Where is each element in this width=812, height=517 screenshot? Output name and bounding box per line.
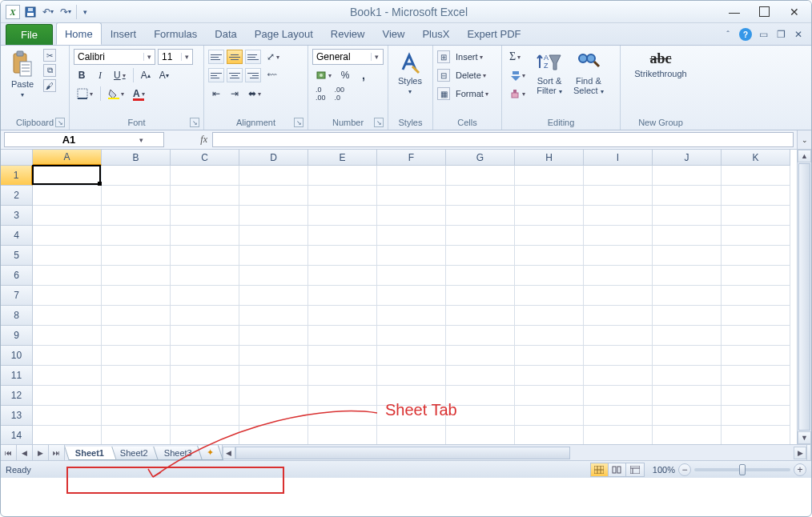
cell[interactable] [33, 306, 102, 326]
cell[interactable] [722, 366, 790, 386]
cell[interactable] [515, 426, 584, 444]
increase-decimal-button[interactable]: .0.00 [312, 86, 329, 102]
zoom-slider[interactable] [694, 468, 790, 471]
cell[interactable] [377, 346, 446, 366]
cell[interactable] [239, 206, 308, 226]
cell[interactable] [446, 426, 515, 444]
cell[interactable] [446, 186, 515, 206]
cut-icon[interactable]: ✂ [43, 49, 56, 62]
cell[interactable] [377, 246, 446, 266]
cell[interactable] [584, 266, 653, 286]
row-header[interactable]: 10 [1, 346, 33, 366]
shrink-font-button[interactable]: A▾ [156, 67, 172, 83]
cell[interactable] [171, 426, 239, 444]
cell[interactable] [653, 406, 722, 426]
sheet-nav-next-icon[interactable]: ▶ [33, 445, 49, 460]
minimize-ribbon-icon[interactable]: ˆ [722, 28, 734, 41]
cell[interactable] [308, 266, 377, 286]
format-painter-icon[interactable]: 🖌 [43, 79, 56, 92]
horizontal-scrollbar[interactable]: ◀ ▶ [223, 447, 806, 459]
cell[interactable] [653, 246, 722, 266]
cell[interactable] [584, 166, 653, 186]
align-bottom-button[interactable] [245, 50, 261, 64]
row-header[interactable]: 4 [1, 226, 33, 246]
bold-button[interactable]: B [74, 67, 90, 83]
font-color-button[interactable]: A [130, 86, 148, 102]
cell[interactable] [33, 286, 102, 306]
cell[interactable] [722, 286, 790, 306]
cell[interactable] [308, 166, 377, 186]
zoom-out-button[interactable]: − [678, 463, 691, 476]
row-header[interactable]: 1 [1, 166, 33, 186]
cell[interactable] [446, 246, 515, 266]
cell[interactable] [239, 426, 308, 444]
cell[interactable] [239, 226, 308, 246]
align-middle-button[interactable] [227, 50, 243, 64]
align-right-button[interactable] [245, 68, 261, 82]
font-size-combo[interactable]: ▾ [158, 49, 193, 65]
cell[interactable] [515, 366, 584, 386]
new-sheet-button[interactable]: ✦ [197, 446, 223, 460]
delete-cells-icon[interactable]: ⊟ [437, 69, 450, 82]
comma-button[interactable]: , [356, 67, 372, 83]
sheet-nav-prev-icon[interactable]: ◀ [17, 445, 33, 460]
accounting-format-button[interactable] [312, 67, 335, 83]
cell[interactable] [171, 226, 239, 246]
cell[interactable] [515, 246, 584, 266]
cell[interactable] [308, 306, 377, 326]
cell[interactable] [653, 266, 722, 286]
sheet-nav-first-icon[interactable]: ⏮ [1, 445, 17, 460]
excel-logo-icon[interactable]: X [6, 5, 20, 19]
row-header[interactable]: 9 [1, 326, 33, 346]
zoom-level[interactable]: 100% [653, 465, 675, 475]
insert-cells-icon[interactable]: ⊞ [437, 50, 450, 63]
cell[interactable] [377, 366, 446, 386]
cell[interactable] [171, 206, 239, 226]
cell[interactable] [584, 346, 653, 366]
scroll-left-icon[interactable]: ◀ [223, 447, 235, 459]
normal-view-button[interactable] [591, 463, 609, 476]
orientation-button[interactable]: ⤢ [263, 49, 283, 65]
row-header[interactable]: 11 [1, 366, 33, 386]
tab-view[interactable]: View [373, 22, 413, 45]
cell[interactable] [308, 406, 377, 426]
zoom-in-button[interactable]: + [794, 463, 806, 476]
font-name-combo[interactable]: ▾ [74, 49, 155, 65]
fill-color-button[interactable] [105, 86, 127, 102]
formula-input[interactable] [212, 132, 794, 147]
italic-button[interactable]: I [92, 67, 108, 83]
cell[interactable] [239, 186, 308, 206]
cell[interactable] [584, 286, 653, 306]
cell[interactable] [171, 166, 239, 186]
cell[interactable] [722, 186, 790, 206]
align-center-button[interactable] [227, 68, 243, 82]
cell[interactable] [33, 206, 102, 226]
cell[interactable] [308, 286, 377, 306]
cell[interactable] [515, 326, 584, 346]
row-header[interactable]: 13 [1, 406, 33, 426]
cell[interactable] [515, 226, 584, 246]
delete-cells-button[interactable]: Delete [452, 67, 489, 83]
cell[interactable] [515, 186, 584, 206]
number-format-combo[interactable]: ▾ [312, 49, 384, 65]
hscroll-thumb[interactable] [235, 447, 570, 459]
cell[interactable] [102, 286, 171, 306]
cell[interactable] [33, 366, 102, 386]
cell[interactable] [239, 386, 308, 406]
cell[interactable] [239, 366, 308, 386]
cell[interactable] [171, 346, 239, 366]
cell[interactable] [102, 346, 171, 366]
cell[interactable] [653, 166, 722, 186]
cell[interactable] [171, 406, 239, 426]
cell[interactable] [171, 266, 239, 286]
tab-review[interactable]: Review [322, 22, 374, 45]
cell[interactable] [515, 406, 584, 426]
cell[interactable] [515, 266, 584, 286]
decrease-decimal-button[interactable]: .00.0 [332, 86, 348, 102]
cell[interactable] [653, 286, 722, 306]
column-header[interactable]: A [33, 150, 102, 166]
font-dialog-launcher[interactable]: ↘ [190, 118, 199, 127]
grow-font-button[interactable]: A▴ [138, 67, 154, 83]
cell[interactable] [239, 246, 308, 266]
cell[interactable] [171, 366, 239, 386]
